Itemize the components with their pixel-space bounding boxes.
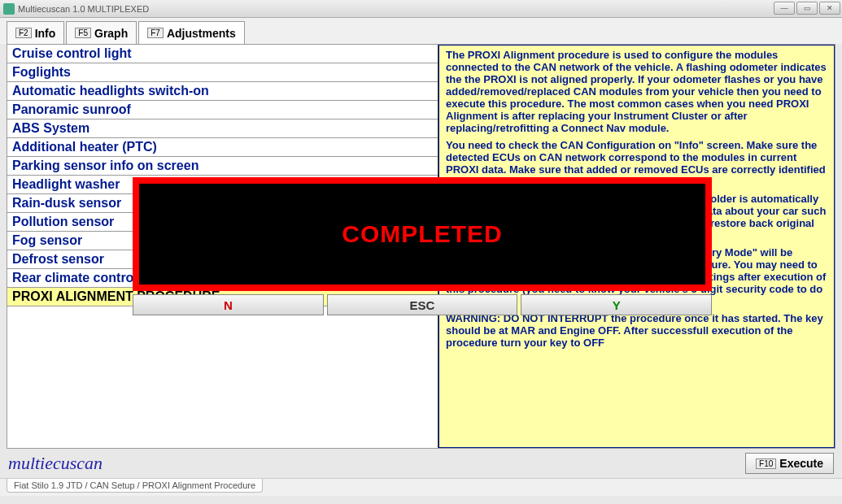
list-item[interactable]: Parking sensor info on screen <box>7 157 438 176</box>
tab-label: Adjustments <box>167 27 236 40</box>
tab-key: F5 <box>75 28 91 38</box>
list-item[interactable]: Automatic headlights switch-on <box>7 82 438 101</box>
window-controls: — ▭ ✕ <box>774 2 840 15</box>
tab-label: Graph <box>94 27 128 40</box>
footer: multiecuscan F10 Execute <box>0 449 842 478</box>
execute-button[interactable]: F10 Execute <box>745 453 834 474</box>
tab-key: F2 <box>15 28 32 38</box>
titlebar: Multiecuscan 1.0 MULTIPLEXED — ▭ ✕ <box>0 0 842 18</box>
status-path: Fiat Stilo 1.9 JTD / CAN Setup / PROXI A… <box>7 479 263 493</box>
maximize-button[interactable]: ▭ <box>796 2 818 15</box>
tab-graph[interactable]: F5 Graph <box>66 21 137 44</box>
completion-modal: COMPLETED N ESC Y <box>133 177 712 315</box>
list-item[interactable]: ABS System <box>7 119 438 138</box>
tab-bar: F2 Info F5 Graph F7 Adjustments <box>0 18 842 44</box>
modal-yes-button[interactable]: Y <box>521 294 712 315</box>
list-item[interactable]: Cruise control light <box>7 45 438 63</box>
execute-label: Execute <box>779 457 823 470</box>
tab-label: Info <box>35 27 56 40</box>
execute-fkey: F10 <box>756 458 776 469</box>
modal-message: COMPLETED <box>342 220 502 248</box>
modal-buttons: N ESC Y <box>133 294 712 315</box>
description-text: The PROXI Alignment procedure is used to… <box>446 49 827 134</box>
statusbar: Fiat Stilo 1.9 JTD / CAN Setup / PROXI A… <box>0 478 842 496</box>
minimize-button[interactable]: — <box>774 2 795 15</box>
modal-no-button[interactable]: N <box>133 294 324 315</box>
list-item[interactable]: Additional heater (PTC) <box>7 138 438 157</box>
list-item[interactable]: Panoramic sunroof <box>7 101 438 119</box>
tab-adjustments[interactable]: F7 Adjustments <box>138 21 244 44</box>
list-item[interactable]: Foglights <box>7 63 438 82</box>
brand-logo: multiecuscan <box>8 453 103 474</box>
modal-message-box: COMPLETED <box>133 177 712 291</box>
description-text: WARNING: DO NOT INTERRUPT the procedure … <box>446 312 827 349</box>
app-icon <box>3 3 15 15</box>
window-title: Multiecuscan 1.0 MULTIPLEXED <box>18 4 149 14</box>
tab-key: F7 <box>147 28 164 38</box>
tab-info[interactable]: F2 Info <box>7 21 64 44</box>
close-button[interactable]: ✕ <box>819 2 840 15</box>
modal-esc-button[interactable]: ESC <box>327 294 518 315</box>
